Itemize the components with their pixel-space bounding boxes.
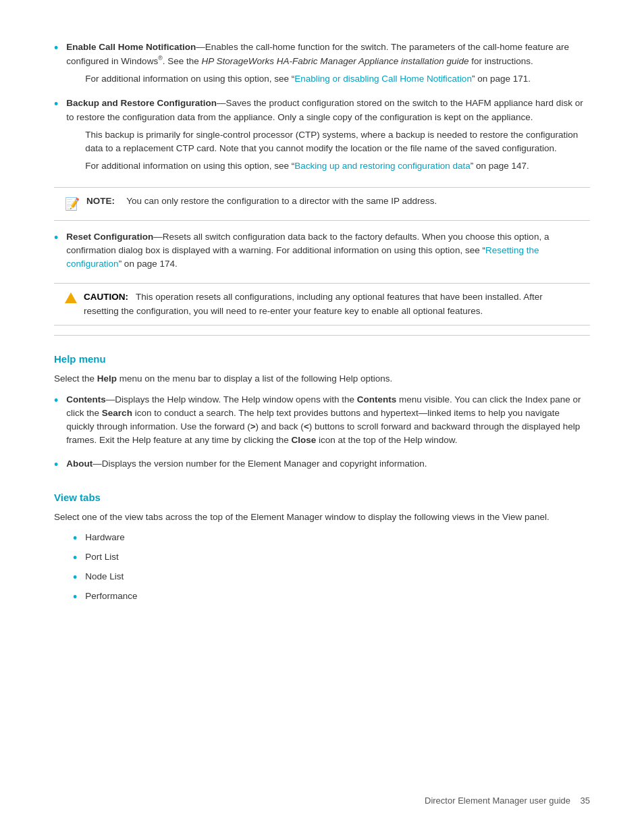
footer: Director Element Manager user guide 35 bbox=[425, 794, 590, 808]
contents-label: Contents bbox=[66, 394, 106, 405]
bullet-backup-restore: • Backup and Restore Configuration—Saves… bbox=[54, 97, 590, 177]
backup-restore-indent1-text: This backup is primarily for single-cont… bbox=[85, 128, 590, 156]
contents-bold1: Contents bbox=[357, 394, 397, 405]
bullet-reset-config: • Reset Configuration—Resets all switch … bbox=[54, 230, 590, 274]
view-tabs-list: • Hardware • Port List • Node List • Per… bbox=[73, 531, 590, 606]
backup-restore-indent2-prefix: For additional information on using this… bbox=[85, 161, 294, 171]
backup-restore-dash: — bbox=[217, 98, 226, 108]
help-bold-label: Help bbox=[97, 373, 117, 384]
about-label: About bbox=[66, 459, 92, 469]
enable-call-home-italic: HP StorageWorks HA-Fabric Manager Applia… bbox=[202, 56, 469, 66]
registered-mark: ® bbox=[158, 55, 163, 61]
view-bullet-node-list: • bbox=[73, 569, 77, 587]
caution-content: CAUTION: This operation resets all confi… bbox=[84, 290, 579, 318]
bullet-dot-2: • bbox=[54, 95, 58, 113]
bullet-contents: • Contents—Displays the Help window. The… bbox=[54, 393, 590, 450]
view-tabs-intro: Select one of the view tabs across the t… bbox=[54, 511, 590, 524]
divider-after-caution bbox=[54, 335, 590, 336]
footer-page: 35 bbox=[581, 796, 590, 806]
bullet-content-2: Backup and Restore Configuration—Saves t… bbox=[66, 97, 590, 177]
enable-call-home-text2: . See the bbox=[163, 56, 202, 66]
view-bullet-hardware: • bbox=[73, 529, 77, 548]
backup-restore-indent2: For additional information on using this… bbox=[85, 159, 590, 173]
reset-config-label: Reset Configuration bbox=[66, 232, 153, 242]
bullet-dot-1: • bbox=[54, 39, 58, 57]
reset-config-dash: — bbox=[153, 232, 163, 242]
backup-restore-indent1: This backup is primarily for single-cont… bbox=[85, 128, 590, 156]
note-icon: 📝 bbox=[65, 195, 80, 213]
view-item-port-list-label: Port List bbox=[85, 550, 119, 564]
caution-label: CAUTION: bbox=[84, 292, 128, 302]
view-bullet-port-list: • bbox=[73, 549, 77, 567]
about-text: Displays the version number for the Elem… bbox=[102, 459, 427, 469]
enable-call-home-indent-text: For additional information on using this… bbox=[85, 74, 294, 84]
caution-triangle-icon bbox=[65, 292, 77, 303]
bullet-enable-call-home: • Enable Call Home Notification—Enables … bbox=[54, 41, 590, 90]
view-list-item-node-list: • Node List bbox=[73, 570, 590, 587]
note-box: 📝 NOTE: You can only restore the configu… bbox=[54, 187, 590, 221]
bullet-content-contents: Contents—Displays the Help window. The H… bbox=[66, 393, 590, 450]
backup-restore-indent2-suffix: ” on page 147. bbox=[471, 161, 529, 171]
bullet-content-1: Enable Call Home Notification—Enables th… bbox=[66, 41, 590, 90]
enable-call-home-link-end: ” on page 171. bbox=[472, 74, 531, 84]
reset-config-link-suffix: ” on page 174. bbox=[119, 259, 178, 269]
view-item-hardware-label: Hardware bbox=[85, 531, 125, 544]
view-list-item-hardware: • Hardware bbox=[73, 531, 590, 548]
bullet-dot-about: • bbox=[54, 456, 58, 474]
contents-bold2: Search bbox=[102, 408, 132, 418]
forward-bold: > bbox=[250, 421, 256, 432]
view-tabs-heading: View tabs bbox=[54, 490, 590, 506]
note-label: NOTE: bbox=[86, 194, 115, 208]
backup-restore-label: Backup and Restore Configuration bbox=[66, 98, 217, 108]
enable-call-home-link[interactable]: Enabling or disabling Call Home Notifica… bbox=[294, 74, 472, 84]
bullet-dot-contents: • bbox=[54, 392, 58, 410]
caution-text: This operation resets all configurations… bbox=[84, 292, 543, 315]
caution-box: CAUTION: This operation resets all confi… bbox=[54, 283, 590, 325]
page: • Enable Call Home Notification—Enables … bbox=[0, 0, 644, 834]
view-list-item-performance: • Performance bbox=[73, 590, 590, 606]
bullet-content-about: About—Displays the version number for th… bbox=[66, 457, 590, 473]
view-bullet-performance: • bbox=[73, 588, 77, 606]
view-list-item-port-list: • Port List bbox=[73, 550, 590, 567]
bullet-about: • About—Displays the version number for … bbox=[54, 457, 590, 474]
close-bold: Close bbox=[291, 435, 316, 445]
enable-call-home-text3: for instructions. bbox=[469, 56, 533, 66]
help-menu-intro: Select the Help menu on the menu bar to … bbox=[54, 372, 590, 386]
view-item-node-list-label: Node List bbox=[85, 570, 124, 583]
enable-call-home-dash: — bbox=[196, 42, 205, 52]
backup-restore-link[interactable]: Backing up and restoring configuration d… bbox=[294, 161, 470, 171]
help-menu-heading: Help menu bbox=[54, 352, 590, 367]
back-bold: < bbox=[304, 421, 309, 432]
footer-text: Director Element Manager user guide bbox=[425, 796, 570, 806]
enable-call-home-indent: For additional information on using this… bbox=[85, 72, 590, 86]
note-text: You can only restore the configuration t… bbox=[122, 194, 437, 208]
enable-call-home-label: Enable Call Home Notification bbox=[66, 42, 196, 52]
bullet-content-3: Reset Configuration—Resets all switch co… bbox=[66, 230, 590, 274]
view-item-performance-label: Performance bbox=[85, 590, 137, 603]
bullet-dot-3: • bbox=[54, 229, 58, 247]
